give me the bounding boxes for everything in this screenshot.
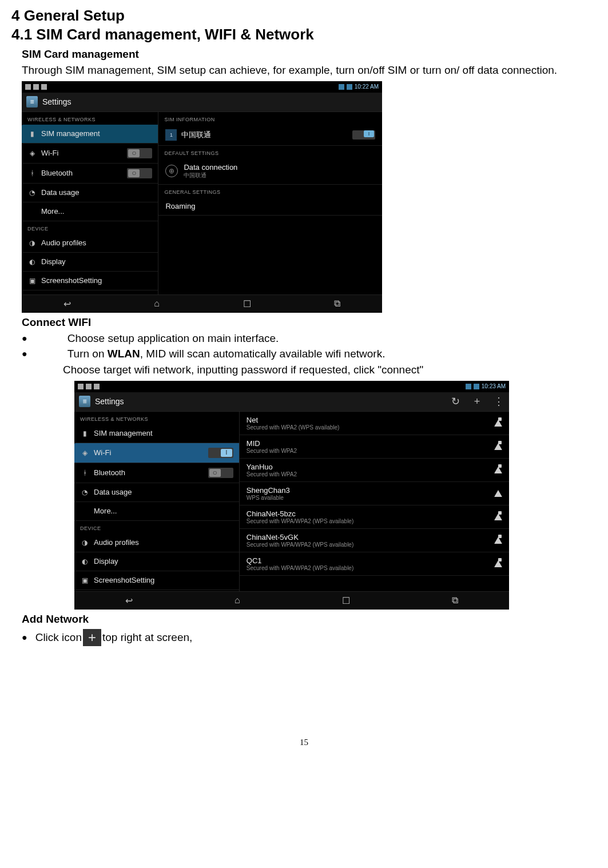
status-icon: [94, 384, 100, 389]
sidebar-label: Display: [41, 257, 66, 266]
left-pane: WIRELESS & NETWORKS ▮ SIM management ◈ W…: [22, 112, 158, 294]
status-icon: [25, 84, 31, 90]
wifi-network-row[interactable]: QC1Secured with WPA/WPA2 (WPS available): [240, 552, 509, 576]
back-icon[interactable]: ↩: [63, 298, 71, 309]
wifi-network-row[interactable]: YanHuoSecured with WPA2: [240, 459, 509, 482]
data-usage-icon: ◔: [80, 488, 89, 497]
sim-icon: ▮: [27, 129, 37, 138]
sim-icon: ▮: [80, 429, 89, 438]
bullet-text: Turn on WLAN, MID will scan automaticall…: [67, 347, 386, 361]
audio-icon: ◑: [27, 238, 37, 248]
back-icon[interactable]: ↩: [125, 595, 133, 606]
wifi-toggle[interactable]: [208, 448, 233, 458]
bt-toggle[interactable]: [208, 468, 233, 478]
sidebar-item-display[interactable]: ◐ Display: [22, 253, 158, 272]
add-network-icon[interactable]: +: [471, 396, 483, 407]
wifi-signal-icon: [494, 467, 502, 473]
screenshot-nav-icon[interactable]: ⧉: [452, 595, 458, 606]
sidebar-label: SIM management: [41, 129, 100, 138]
sidebar-label: More...: [41, 207, 64, 216]
sidebar-item-more[interactable]: More...: [22, 202, 158, 221]
bluetooth-icon: ᚼ: [27, 169, 37, 178]
sidebar-item-data-usage[interactable]: ◔ Data usage: [74, 483, 239, 502]
battery-icon: [474, 384, 479, 389]
wifi-network-row[interactable]: MIDSecured with WPA2: [240, 435, 509, 459]
settings-icon: [79, 396, 90, 407]
wifi-network-row[interactable]: ShengChan3WPS available: [240, 482, 509, 505]
wifi-icon: ◈: [27, 149, 37, 158]
dc-title: Data connection: [184, 163, 237, 172]
wifi-signal-icon: [494, 443, 502, 450]
subheading-sim: SIM Card management: [22, 48, 597, 61]
sidebar-item-wifi[interactable]: ◈ Wi-Fi: [74, 443, 239, 463]
status-right: 10:22 AM: [339, 83, 379, 90]
wifi-toggle[interactable]: [127, 148, 152, 158]
sim-name: 中国联通: [181, 130, 211, 140]
sidebar-item-bluetooth[interactable]: ᚼ Bluetooth: [74, 463, 239, 483]
screenshot-icon: ▣: [80, 576, 89, 585]
home-icon[interactable]: ⌂: [154, 298, 160, 309]
sim-toggle[interactable]: [352, 130, 375, 140]
overflow-icon[interactable]: ⋮: [493, 396, 504, 407]
sidebar-label: Audio profiles: [41, 238, 86, 247]
sidebar-item-data-usage[interactable]: ◔ Data usage: [22, 184, 158, 202]
wifi-network-name: ShengChan3: [247, 486, 290, 495]
sidebar-item-screenshot[interactable]: ▣ ScreenshotSetting: [74, 571, 239, 590]
status-time: 10:22 AM: [355, 83, 379, 90]
wlan-bold: WLAN: [108, 348, 140, 360]
plus-icon: +: [83, 629, 101, 646]
wifi-network-name: YanHuo: [247, 463, 297, 471]
status-bar: 10:22 AM: [22, 81, 382, 93]
signal-icon: [339, 84, 344, 90]
wifi-network-name: Net: [247, 416, 340, 424]
wifi-network-security: Secured with WPA2 (WPS available): [247, 424, 340, 431]
sidebar-item-display[interactable]: ◐ Display: [74, 552, 239, 571]
sim-info-row[interactable]: 1 中国联通: [158, 125, 382, 146]
wifi-network-row[interactable]: NetSecured with WPA2 (WPS available): [240, 412, 509, 435]
bullet-item: ● Turn on WLAN, MID will scan automatica…: [22, 347, 597, 361]
wifi-signal-icon: [494, 420, 502, 427]
battery-icon: [347, 84, 352, 90]
nav-bar: ↩ ⌂ ☐ ⧉: [22, 294, 382, 313]
recent-icon[interactable]: ☐: [342, 595, 350, 606]
bullet-item: ● Choose setup application on main inter…: [22, 331, 597, 346]
settings-icon: [26, 96, 38, 107]
sidebar-item-sim[interactable]: ▮ SIM management: [22, 125, 158, 144]
bt-toggle[interactable]: [127, 168, 152, 178]
heading-2: 4.1 SIM Card management, WIFI & Network: [11, 26, 597, 43]
sidebar-item-bluetooth[interactable]: ᚼ Bluetooth: [22, 164, 158, 184]
home-icon[interactable]: ⌂: [235, 595, 240, 606]
wifi-signal-icon: [494, 560, 502, 567]
sidebar-item-sim[interactable]: ▮ SIM management: [74, 424, 239, 443]
section-label: WIRELESS & NETWORKS: [22, 112, 158, 125]
audio-icon: ◑: [80, 538, 89, 547]
roaming-row[interactable]: Roaming: [158, 197, 382, 216]
text-fragment: , MID will scan automatically available …: [140, 348, 386, 360]
wifi-network-row[interactable]: ChinaNet-5vGKSecured with WPA/WPA2 (WPS …: [240, 529, 509, 552]
bullet-icon: ●: [22, 332, 27, 345]
sim-chip-icon: 1: [165, 129, 177, 141]
screenshot-nav-icon[interactable]: ⧉: [334, 298, 340, 309]
data-connection-row[interactable]: ⊕ Data connection 中国联通: [158, 158, 382, 185]
wifi-signal-icon: [494, 513, 502, 520]
bluetooth-icon: ᚼ: [80, 468, 89, 477]
wifi-network-name: ChinaNet-5vGK: [247, 533, 353, 541]
data-usage-icon: ◔: [27, 188, 37, 197]
section-label: DEFAULT SETTINGS: [158, 146, 382, 158]
sidebar-item-audio[interactable]: ◑ Audio profiles: [74, 533, 239, 552]
sidebar-label: More...: [94, 507, 117, 515]
scan-icon[interactable]: ↻: [450, 396, 461, 407]
sidebar-item-more[interactable]: More...: [74, 502, 239, 521]
section-label: WIRELESS & NETWORKS: [74, 412, 239, 424]
status-bar: 10:23 AM: [74, 381, 509, 392]
sidebar-label: Bluetooth: [41, 169, 73, 177]
sidebar-item-wifi[interactable]: ◈ Wi-Fi: [22, 144, 158, 164]
wifi-network-row[interactable]: ChinaNet-5bzcSecured with WPA/WPA2 (WPS …: [240, 505, 509, 529]
wifi-instruction: Choose target wifi network, inputting pa…: [63, 363, 597, 377]
status-left: [25, 84, 47, 90]
sidebar-item-audio[interactable]: ◑ Audio profiles: [22, 234, 158, 253]
wifi-network-name: QC1: [247, 556, 353, 565]
recent-icon[interactable]: ☐: [243, 298, 251, 309]
sidebar-item-screenshot[interactable]: ▣ ScreenshotSetting: [22, 272, 158, 290]
nav-bar: ↩ ⌂ ☐ ⧉: [74, 591, 509, 610]
